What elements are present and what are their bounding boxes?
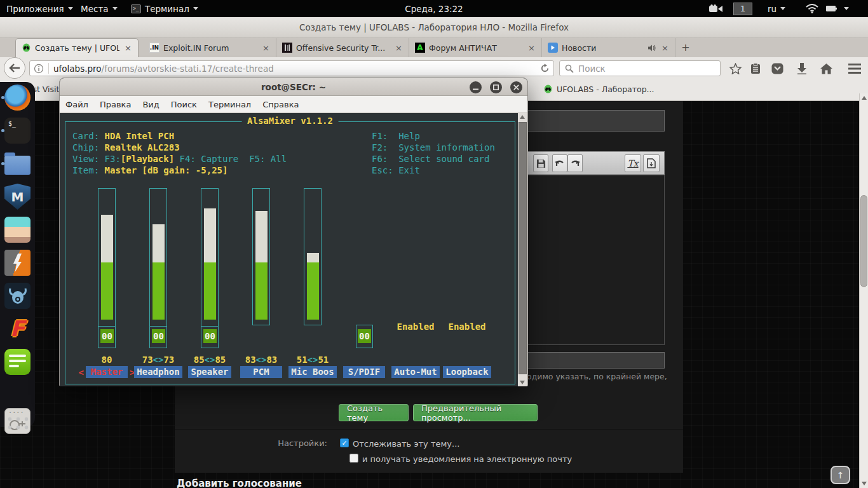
exploit-in-icon: .IN bbox=[149, 43, 159, 53]
terminal-window-title: root@SECr: ~ bbox=[261, 82, 326, 92]
bookmark-ufolabs[interactable]: UFOLABS - Лаборатор... bbox=[543, 85, 654, 94]
workspace-indicator[interactable]: 1 bbox=[733, 0, 752, 17]
chevron-down-icon bbox=[112, 7, 118, 10]
files-icon[interactable] bbox=[4, 151, 31, 177]
chevron-down-icon bbox=[844, 7, 849, 10]
menu-view[interactable]: Вид bbox=[137, 100, 165, 109]
close-icon[interactable]: × bbox=[261, 43, 271, 53]
volume-fill bbox=[204, 262, 216, 320]
search-placeholder: Поиск bbox=[578, 64, 606, 74]
divider bbox=[48, 63, 49, 74]
save-draft-button[interactable] bbox=[533, 154, 548, 172]
redo-icon bbox=[570, 159, 580, 167]
applications-menu[interactable]: Приложения bbox=[6, 0, 73, 17]
alsamixer: AlsaMixer v1.1.2 Card: HDA Intel PCH Chi… bbox=[65, 121, 515, 384]
tab-exploit-in[interactable]: .IN Exploit.IN Forum × bbox=[144, 38, 276, 57]
alien-icon bbox=[543, 85, 553, 94]
toggle-bbcode-button[interactable] bbox=[643, 154, 660, 172]
keyboard-layout-menu[interactable]: ru bbox=[768, 0, 785, 17]
home-icon[interactable] bbox=[819, 62, 833, 76]
scrollbar-thumb[interactable] bbox=[860, 195, 867, 287]
terminal-scrollbar[interactable] bbox=[518, 113, 527, 386]
close-button[interactable] bbox=[510, 81, 522, 93]
new-tab-button[interactable]: + bbox=[677, 41, 694, 56]
scroll-down-icon[interactable] bbox=[518, 379, 527, 386]
back-button[interactable] bbox=[4, 57, 25, 79]
remove-formatting-button[interactable]: Tx bbox=[625, 154, 641, 172]
reload-icon[interactable] bbox=[540, 64, 550, 73]
site-info-icon[interactable] bbox=[34, 64, 44, 74]
watch-thread-checkbox[interactable]: ✓ bbox=[340, 438, 349, 447]
menu-terminal[interactable]: Терминал bbox=[203, 100, 257, 109]
redo-button[interactable] bbox=[567, 154, 583, 172]
search-input[interactable]: Поиск bbox=[559, 60, 721, 76]
terminal-window: root@SECr: ~ Файл Правка Вид Поиск Терми… bbox=[59, 78, 528, 386]
minimize-button[interactable] bbox=[470, 81, 482, 93]
screen-recorder-icon[interactable] bbox=[709, 0, 723, 17]
settings-label: Настройки: bbox=[251, 438, 327, 448]
floppy-icon bbox=[536, 159, 546, 168]
tab-create-thread[interactable]: Создать тему | UFOL... × bbox=[15, 38, 139, 57]
watch-thread-label: Отслеживать эту тему... bbox=[353, 439, 459, 449]
mute-indicator: 00 bbox=[203, 329, 217, 343]
channel-spdif: 00 S/PDIF bbox=[336, 122, 393, 384]
clock[interactable]: Среда, 23:22 bbox=[405, 0, 463, 17]
bull-app-icon[interactable] bbox=[4, 283, 31, 309]
menu-file[interactable]: Файл bbox=[60, 100, 94, 109]
channel-value: 80 bbox=[78, 355, 135, 365]
menu-edit[interactable]: Правка bbox=[94, 100, 137, 109]
wifi-icon[interactable] bbox=[806, 0, 818, 17]
menu-search[interactable]: Поиск bbox=[165, 100, 203, 109]
flame-f-icon[interactable]: F bbox=[4, 316, 31, 342]
chevron-down-icon bbox=[780, 7, 785, 10]
applications-label: Приложения bbox=[6, 4, 64, 14]
metasploit-icon[interactable]: M bbox=[4, 184, 31, 210]
tab-news[interactable]: Новости × bbox=[543, 38, 675, 57]
close-icon[interactable]: × bbox=[660, 43, 670, 53]
downloads-icon[interactable] bbox=[795, 62, 809, 76]
channel-headphone: 00 73<>73 Headphon bbox=[130, 122, 187, 384]
messages-icon[interactable] bbox=[4, 349, 31, 375]
bookmark-star-icon[interactable] bbox=[728, 62, 742, 76]
firefox-icon[interactable] bbox=[4, 85, 31, 111]
bookmark-label: UFOLABS - Лаборатор... bbox=[557, 85, 654, 94]
channel-speaker: 00 85<>85 Speaker bbox=[181, 122, 238, 384]
browser-scrollbar[interactable] bbox=[859, 93, 868, 488]
close-icon[interactable]: × bbox=[123, 43, 133, 53]
chevron-down-icon bbox=[68, 7, 73, 10]
active-app-menu[interactable]: >_ Терминал bbox=[131, 0, 198, 17]
tab-offensive-security[interactable]: Offensive Security Tr... × bbox=[277, 38, 409, 57]
volume-fill-high bbox=[204, 208, 216, 262]
system-menu[interactable] bbox=[844, 0, 849, 17]
scrollbar-thumb[interactable] bbox=[519, 122, 527, 374]
scroll-up-icon[interactable] bbox=[860, 94, 868, 102]
terminal-titlebar[interactable]: root@SECr: ~ bbox=[60, 78, 527, 96]
pocket-icon[interactable] bbox=[770, 62, 784, 76]
close-icon[interactable]: × bbox=[527, 43, 536, 53]
tab-audio-icon[interactable] bbox=[648, 44, 656, 51]
tab-antichat[interactable]: A Форум АНТИЧАТ × bbox=[410, 38, 542, 57]
scroll-up-icon[interactable] bbox=[518, 113, 527, 121]
menu-hamburger-icon[interactable] bbox=[846, 62, 864, 76]
clear-format-label: Tx bbox=[627, 158, 638, 168]
avatar-app-icon[interactable] bbox=[4, 217, 31, 243]
create-thread-button[interactable]: Создать тему bbox=[339, 404, 409, 421]
scroll-down-icon[interactable] bbox=[860, 480, 868, 487]
close-icon[interactable]: × bbox=[394, 43, 403, 53]
preview-button[interactable]: Предварительный просмотр... bbox=[413, 404, 538, 421]
email-notify-checkbox[interactable] bbox=[349, 454, 358, 463]
terminal-app-icon[interactable]: $_ bbox=[4, 118, 31, 144]
partition-tool-icon[interactable] bbox=[4, 250, 31, 276]
bookmarks-menu-icon[interactable] bbox=[749, 62, 763, 76]
tab-strip: Создать тему | UFOL... × .IN Exploit.IN … bbox=[0, 38, 868, 57]
url-bar[interactable]: ufolabs.pro/forums/avtorskie-stati.17/cr… bbox=[29, 60, 554, 76]
undo-button[interactable] bbox=[552, 154, 567, 172]
keyboard-layout-label: ru bbox=[768, 4, 776, 14]
battery-icon[interactable] bbox=[826, 0, 836, 17]
terminal-content[interactable]: AlsaMixer v1.1.2 Card: HDA Intel PCH Chi… bbox=[60, 113, 527, 386]
show-apps-icon[interactable] bbox=[4, 414, 31, 431]
places-menu[interactable]: Места bbox=[81, 0, 118, 17]
maximize-button[interactable] bbox=[490, 81, 502, 93]
menu-help[interactable]: Справка bbox=[257, 100, 304, 109]
scroll-to-top-button[interactable]: ↑ bbox=[831, 466, 850, 484]
